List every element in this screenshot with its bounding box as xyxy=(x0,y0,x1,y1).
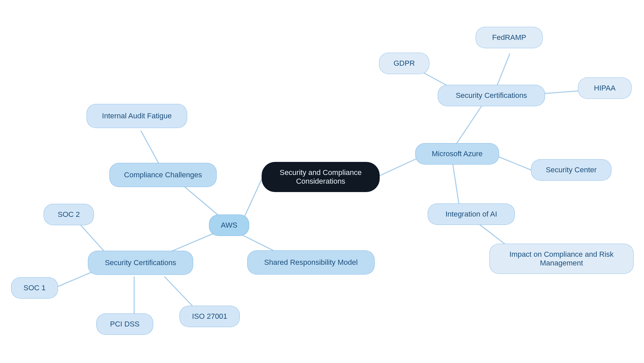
node-shared-label: Shared Responsibility Model xyxy=(264,258,358,267)
node-hipaa[interactable]: HIPAA xyxy=(578,77,632,99)
node-aws[interactable]: AWS xyxy=(209,215,249,236)
node-seccenter-label: Security Center xyxy=(546,166,597,174)
node-azure-label: Microsoft Azure xyxy=(432,149,483,158)
node-azure-security-certifications[interactable]: Security Certifications xyxy=(438,85,545,106)
mindmap-canvas: Security and Compliance Considerations A… xyxy=(0,0,644,363)
node-iso-label: ISO 27001 xyxy=(192,312,227,321)
edge-azure-ai xyxy=(453,164,460,208)
node-hipaa-label: HIPAA xyxy=(594,84,615,93)
node-aws-security-certifications[interactable]: Security Certifications xyxy=(88,251,193,275)
node-ai-impact-label: Impact on Compliance and Risk Management xyxy=(498,250,625,268)
node-ai-impact[interactable]: Impact on Compliance and Risk Management xyxy=(489,244,634,274)
node-root-label: Security and Compliance Considerations xyxy=(270,168,371,186)
node-fedramp[interactable]: FedRAMP xyxy=(476,27,543,48)
node-security-center[interactable]: Security Center xyxy=(531,159,611,181)
node-soc2-label: SOC 2 xyxy=(58,210,80,219)
node-aws-label: AWS xyxy=(221,221,237,230)
node-iso-27001[interactable]: ISO 27001 xyxy=(179,306,240,327)
edge-azure-seccenter xyxy=(496,156,533,171)
node-az-seccert-label: Security Certifications xyxy=(456,91,527,100)
node-soc1[interactable]: SOC 1 xyxy=(11,277,58,299)
node-fedramp-label: FedRAMP xyxy=(492,33,526,42)
node-audit-label: Internal Audit Fatigue xyxy=(102,112,172,120)
edge-azcert-fedramp xyxy=(496,54,510,87)
node-gdpr[interactable]: GDPR xyxy=(379,53,429,74)
node-soc2[interactable]: SOC 2 xyxy=(44,204,94,225)
node-azure[interactable]: Microsoft Azure xyxy=(415,143,499,165)
edge-azcert-hipaa xyxy=(540,90,584,94)
node-compliance-challenges[interactable]: Compliance Challenges xyxy=(109,163,217,187)
edge-seccert-soc2 xyxy=(77,221,107,255)
node-pci-label: PCI DSS xyxy=(110,320,140,328)
node-root[interactable]: Security and Compliance Considerations xyxy=(262,162,380,192)
node-integration-ai[interactable]: Integration of AI xyxy=(428,203,515,225)
edge-azure-seccert xyxy=(456,104,483,144)
node-soc1-label: SOC 1 xyxy=(23,284,46,292)
node-aws-seccert-label: Security Certifications xyxy=(105,258,176,267)
node-ai-label: Integration of AI xyxy=(445,210,497,219)
edge-compliance-audit xyxy=(141,131,161,168)
node-shared-responsibility[interactable]: Shared Responsibility Model xyxy=(247,250,375,275)
node-gdpr-label: GDPR xyxy=(393,59,415,68)
node-internal-audit-fatigue[interactable]: Internal Audit Fatigue xyxy=(87,104,187,128)
node-compliance-label: Compliance Challenges xyxy=(124,171,202,179)
edge-seccert-soc1 xyxy=(54,270,97,288)
node-pci-dss[interactable]: PCI DSS xyxy=(96,313,153,335)
